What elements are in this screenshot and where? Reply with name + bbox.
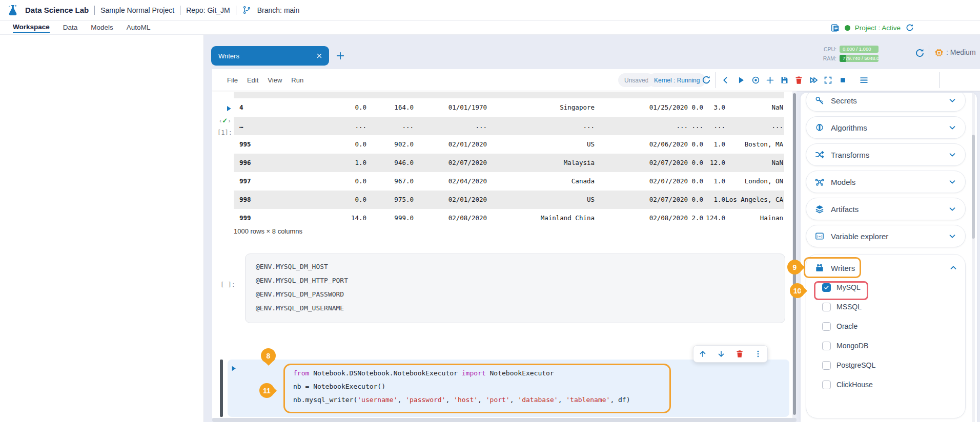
section-label: Secrets <box>831 96 857 105</box>
table-cell: ... <box>355 117 366 135</box>
delete-cell-trash-icon[interactable] <box>735 349 744 358</box>
notebook-tab-writers[interactable]: Writers <box>211 46 329 66</box>
refresh-icon[interactable] <box>905 23 914 32</box>
menu-icon[interactable] <box>859 75 869 85</box>
sidebar-section-models[interactable]: Models <box>806 171 966 193</box>
sidebar-section-algorithms[interactable]: Algorithms <box>806 116 966 139</box>
writer-option-oracle[interactable]: Oracle <box>822 317 858 335</box>
new-tab-plus-icon[interactable] <box>335 51 345 61</box>
chevron-up-icon[interactable] <box>949 263 958 272</box>
sidebar-section-variable-explorer[interactable]: (∞)Variable explorer <box>806 225 966 247</box>
cpu-meter: 0.000 / 1.000 <box>840 46 879 53</box>
checkbox-label: PostgreSQL <box>836 361 875 369</box>
table-cell: 02/08/2020 <box>448 209 487 227</box>
notebook-horizontal-scrollbar[interactable] <box>212 418 797 422</box>
save-icon[interactable] <box>780 75 789 85</box>
checkbox[interactable] <box>822 342 831 350</box>
move-cell-up-icon[interactable] <box>698 349 707 358</box>
writer-option-clickhouse[interactable]: ClickHouse <box>822 375 873 394</box>
table-cell: ... <box>402 117 414 135</box>
sidebar-section-artifacts[interactable]: Artifacts <box>806 198 966 220</box>
table-partial-row <box>234 92 784 98</box>
divider <box>940 72 940 88</box>
chevron-down-icon[interactable] <box>948 231 957 241</box>
secrets-icon <box>814 95 825 106</box>
table-cell: 2.0 <box>691 209 703 227</box>
trash-icon[interactable] <box>794 75 804 85</box>
chevron-down-icon[interactable] <box>948 96 957 105</box>
writer-option-postgresql[interactable]: PostgreSQL <box>822 356 875 374</box>
fullscreen-icon[interactable] <box>823 75 833 85</box>
menu-run[interactable]: Run <box>291 76 303 84</box>
notebook-scrollbar-thumb[interactable] <box>793 93 796 415</box>
table-cell: Malaysia <box>564 154 595 172</box>
writer-option-mysql[interactable]: MySQL <box>822 278 861 297</box>
table-cell: 0.0 <box>355 98 366 117</box>
writer-option-mongodb[interactable]: MongoDB <box>822 336 868 355</box>
table-cell: 02/08/2020 <box>649 209 688 227</box>
plus-icon[interactable] <box>765 75 775 85</box>
table-cell: 02/07/2020 <box>649 191 688 209</box>
cell-more-kebab-icon[interactable] <box>753 349 763 358</box>
writer-option-mssql[interactable]: MSSQL <box>822 298 862 316</box>
sidebar-section-transforms[interactable]: Transforms <box>806 143 966 166</box>
checkbox[interactable] <box>822 381 831 389</box>
table-row: …........................ <box>234 117 784 135</box>
table-cell: Hainan <box>760 209 783 227</box>
kernel-refresh-icon[interactable] <box>701 75 711 85</box>
chevron-left-icon[interactable] <box>721 75 730 85</box>
checkbox[interactable] <box>822 283 831 292</box>
writer-options-list: MySQLMSSQLOracleMongoDBPostgreSQLClickHo… <box>806 278 966 416</box>
env-code-cell[interactable]: @ENV.MYSQL_DM_HOST@ENV.MYSQL_DM_HTTP_POR… <box>245 254 785 323</box>
section-label: Transforms <box>831 151 869 159</box>
table-cell: 02/07/2020 <box>448 154 487 172</box>
table-cell: London, ON <box>745 172 783 191</box>
table-cell: 946.0 <box>394 154 414 172</box>
divider <box>180 6 180 15</box>
variable-explorer-icon: (∞) <box>814 231 825 241</box>
close-icon[interactable] <box>316 52 323 59</box>
panel-scrollbar-thumb[interactable] <box>972 135 975 239</box>
table-cell: 1.0 <box>713 135 725 154</box>
menu-edit[interactable]: Edit <box>247 76 258 84</box>
nav-tab-automl[interactable]: AutoML <box>127 24 151 32</box>
nav-tab-workspace[interactable]: Workspace <box>13 23 50 33</box>
menu-view[interactable]: View <box>268 76 282 84</box>
resources-refresh-icon[interactable] <box>914 48 925 58</box>
run-cell-play-icon[interactable] <box>230 365 237 372</box>
chevron-down-icon[interactable] <box>948 150 957 159</box>
cpu-value: 0.000 / 1.000 <box>843 46 871 53</box>
writers-section-header[interactable]: Writers <box>806 259 966 277</box>
table-row: 9950.0902.002/01/2020US02/06/20200.01.0B… <box>234 135 784 154</box>
menu-file[interactable]: File <box>227 76 238 84</box>
move-cell-down-icon[interactable] <box>717 349 726 358</box>
run-cell-play-icon[interactable] <box>224 104 233 113</box>
nav-tab-data[interactable]: Data <box>63 24 78 32</box>
target-icon[interactable] <box>751 75 761 85</box>
annotation-badge-8: 8 <box>261 348 276 363</box>
checkbox[interactable] <box>822 303 831 311</box>
stop-icon[interactable] <box>838 75 848 85</box>
sidebar-section-secrets[interactable]: Secrets <box>806 93 966 112</box>
table-row: 99914.0999.002/08/2020Mainland China02/0… <box>234 209 784 227</box>
table-cell: 02/07/2020 <box>649 172 688 191</box>
table-cell: ... <box>771 117 783 135</box>
models-icon <box>814 177 825 187</box>
branch-label: Branch: main <box>257 6 299 14</box>
play-icon[interactable] <box>736 75 746 85</box>
chevron-down-icon[interactable] <box>948 177 957 186</box>
writers-section-label: Writers <box>831 264 855 272</box>
tools-panel: SecretsAlgorithmsTransformsModelsArtifac… <box>801 93 977 422</box>
checkbox[interactable] <box>822 361 831 370</box>
annotation-badge-10: 10 <box>790 283 805 298</box>
divider <box>94 6 95 15</box>
chevron-down-icon[interactable] <box>948 204 957 214</box>
svg-text:(∞): (∞) <box>816 235 823 239</box>
nav-tab-models[interactable]: Models <box>91 24 113 32</box>
table-cell: ... <box>583 117 595 135</box>
fast-forward-icon[interactable] <box>809 75 819 85</box>
chevron-down-icon[interactable] <box>948 123 957 132</box>
table-cell: Boston, MA <box>745 135 783 154</box>
checkbox[interactable] <box>822 322 831 331</box>
report-icon[interactable] <box>830 23 840 33</box>
